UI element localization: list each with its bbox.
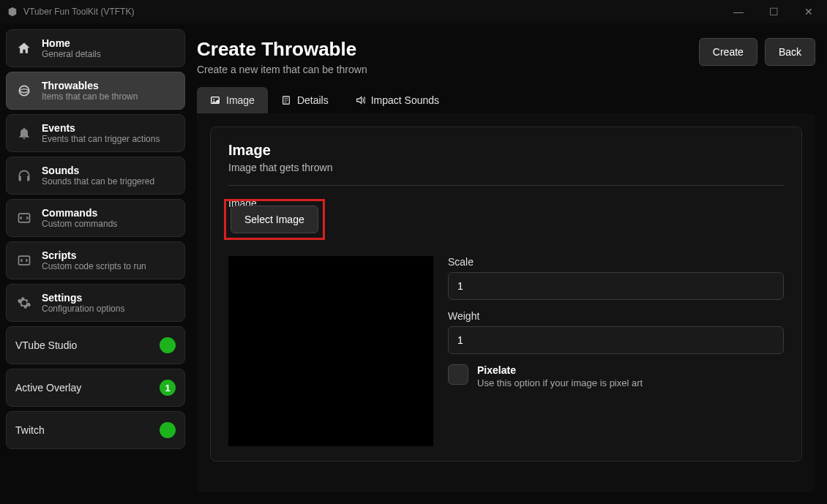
svg-point-4: [213, 99, 214, 100]
window-controls: — ☐ ✕: [727, 6, 820, 18]
bell-icon: [15, 124, 33, 142]
page-header: Create Throwable Create a new item that …: [191, 29, 821, 87]
sidebar-item-sounds[interactable]: Sounds Sounds that can be triggered: [6, 157, 185, 195]
pixelate-desc: Use this option if your image is pixel a…: [477, 377, 643, 388]
nav-subtitle: Configuration options: [42, 304, 124, 314]
nav-title: Throwables: [42, 80, 138, 91]
maximize-button[interactable]: ☐: [763, 6, 785, 18]
status-label: Twitch: [15, 424, 45, 436]
minimize-button[interactable]: —: [727, 6, 749, 18]
panel-subtitle: Image that gets thrown: [228, 162, 784, 173]
content-area: Image Image that gets thrown Image Selec…: [197, 113, 815, 492]
tab-impact-sounds[interactable]: Impact Sounds: [342, 87, 452, 113]
svg-point-0: [19, 86, 29, 95]
status-label: VTube Studio: [15, 339, 77, 351]
status-active-overlay[interactable]: Active Overlay 1: [6, 369, 185, 407]
code-icon: [15, 209, 33, 227]
nav-title: Commands: [42, 207, 117, 219]
select-image-button[interactable]: Select Image: [231, 206, 318, 233]
tab-label: Details: [297, 94, 329, 106]
tab-label: Image: [226, 94, 255, 106]
sidebar-item-commands[interactable]: Commands Custom commands: [6, 199, 185, 237]
sidebar-item-scripts[interactable]: Scripts Custom code scripts to run: [6, 241, 185, 279]
nav-subtitle: Custom code scripts to run: [42, 261, 146, 271]
home-icon: [15, 40, 33, 57]
nav-title: Events: [42, 122, 160, 134]
divider: [228, 185, 784, 186]
nav-subtitle: General details: [42, 49, 101, 59]
sidebar-item-settings[interactable]: Settings Configuration options: [6, 284, 185, 322]
sidebar-item-events[interactable]: Events Events that can trigger actions: [6, 114, 185, 152]
status-indicator: [160, 337, 176, 353]
status-indicator: 1: [160, 380, 176, 396]
tab-label: Impact Sounds: [371, 94, 439, 106]
nav-subtitle: Items that can be thrown: [42, 91, 138, 102]
back-button[interactable]: Back: [765, 38, 815, 66]
close-button[interactable]: ✕: [798, 6, 820, 18]
main-content: Create Throwable Create a new item that …: [191, 29, 821, 498]
highlight-box: Select Image: [224, 199, 325, 240]
app-icon: [7, 7, 18, 17]
titlebar: VTuber Fun ToolKit (VTFTK) — ☐ ✕: [0, 0, 827, 23]
page-subtitle: Create a new item that can be thrown: [197, 64, 367, 75]
window-title: VTuber Fun ToolKit (VTFTK): [23, 7, 134, 17]
tabs: Image Details Impact Sounds: [191, 87, 821, 113]
nav-title: Settings: [42, 292, 124, 304]
status-label: Active Overlay: [15, 382, 81, 394]
headphones-icon: [15, 167, 33, 184]
details-tab-icon: [281, 95, 291, 105]
nav-title: Home: [42, 37, 101, 49]
create-button[interactable]: Create: [699, 38, 757, 66]
weight-input[interactable]: [448, 326, 784, 354]
sidebar-item-throwables[interactable]: Throwables Items that can be thrown: [6, 72, 185, 110]
nav-subtitle: Events that can trigger actions: [42, 134, 160, 144]
nav-subtitle: Sounds that can be triggered: [42, 176, 154, 187]
sound-tab-icon: [355, 95, 365, 105]
page-title: Create Throwable: [197, 38, 367, 61]
weight-label: Weight: [448, 310, 784, 322]
tab-image[interactable]: Image: [197, 87, 268, 113]
tab-details[interactable]: Details: [268, 87, 342, 113]
panel-title: Image: [228, 142, 784, 159]
script-icon: [15, 252, 33, 269]
nav-subtitle: Custom commands: [42, 219, 117, 229]
scale-input[interactable]: [448, 272, 784, 300]
throwables-icon: [15, 82, 33, 99]
nav-title: Scripts: [42, 249, 146, 261]
status-vtube-studio[interactable]: VTube Studio: [6, 326, 185, 364]
image-tab-icon: [210, 95, 220, 105]
status-indicator: [160, 422, 176, 438]
status-twitch[interactable]: Twitch: [6, 411, 185, 449]
image-preview: [228, 256, 433, 446]
scale-label: Scale: [448, 256, 784, 268]
image-panel: Image Image that gets thrown Image Selec…: [210, 127, 802, 462]
sidebar: Home General details Throwables Items th…: [6, 29, 185, 498]
nav-title: Sounds: [42, 165, 154, 176]
pixelate-label: Pixelate: [477, 364, 643, 376]
sidebar-item-home[interactable]: Home General details: [6, 29, 185, 67]
gear-icon: [15, 294, 33, 312]
pixelate-checkbox[interactable]: [448, 364, 468, 385]
